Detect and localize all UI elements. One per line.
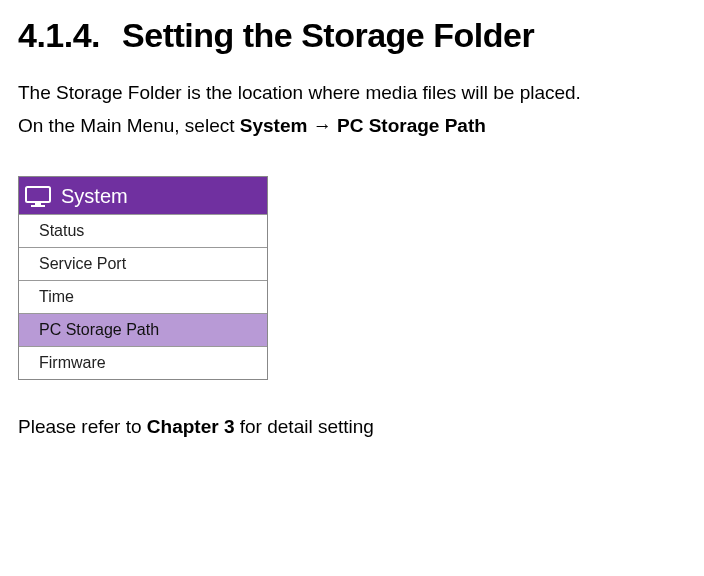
arrow-icon: →	[307, 115, 337, 136]
section-title: Setting the Storage Folder	[122, 16, 534, 54]
menu-item-firmware[interactable]: Firmware	[19, 346, 267, 379]
footer-note: Please refer to Chapter 3 for detail set…	[18, 416, 686, 438]
footer-post: for detail setting	[234, 416, 373, 437]
menu-item-time[interactable]: Time	[19, 280, 267, 313]
intro-line-1: The Storage Folder is the location where…	[18, 79, 686, 108]
svg-rect-1	[35, 202, 41, 205]
footer-chapter: Chapter 3	[147, 416, 235, 437]
menu-path-pc-storage: PC Storage Path	[337, 115, 486, 136]
monitor-icon	[25, 186, 51, 208]
menu-item-service-port[interactable]: Service Port	[19, 247, 267, 280]
menu-header[interactable]: System	[19, 177, 267, 214]
footer-pre: Please refer to	[18, 416, 147, 437]
svg-rect-2	[31, 205, 45, 207]
svg-rect-0	[26, 187, 50, 202]
menu-item-status[interactable]: Status	[19, 214, 267, 247]
menu-item-pc-storage-path[interactable]: PC Storage Path	[19, 313, 267, 346]
section-heading: 4.1.4.Setting the Storage Folder	[18, 16, 686, 55]
menu-path-system: System	[240, 115, 308, 136]
section-number: 4.1.4.	[18, 16, 100, 55]
menu-header-label: System	[61, 185, 128, 208]
intro-line-2: On the Main Menu, select System → PC Sto…	[18, 112, 686, 141]
intro-pre: On the Main Menu, select	[18, 115, 240, 136]
system-menu: System Status Service Port Time PC Stora…	[18, 176, 268, 380]
